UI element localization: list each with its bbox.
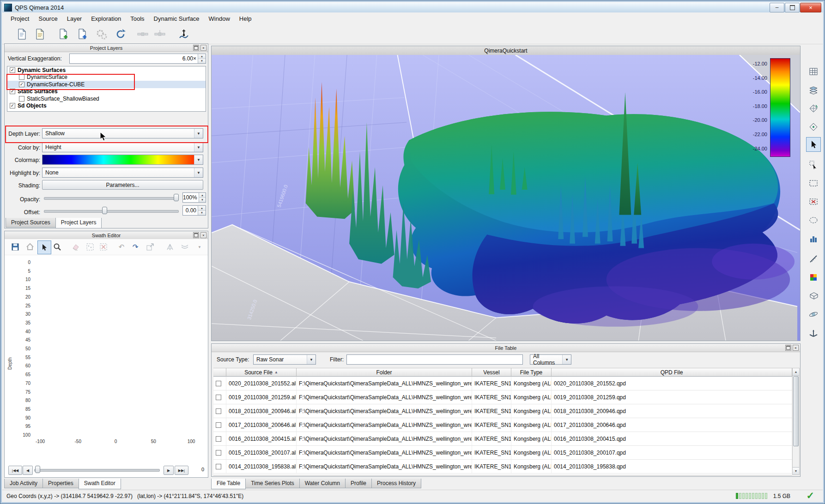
table-row[interactable]: 0016_20110308_200415.allF:\QimeraQuickst… xyxy=(213,432,792,446)
row-checkbox[interactable] xyxy=(216,408,221,414)
tab-properties[interactable]: Properties xyxy=(42,479,79,488)
chevron-down-icon[interactable]: ▼ xyxy=(562,355,571,364)
checkbox[interactable] xyxy=(19,96,24,102)
menu-project[interactable]: Project xyxy=(6,14,34,24)
add-processed-file-button[interactable] xyxy=(75,26,91,42)
row-checkbox[interactable] xyxy=(216,422,221,428)
beam-angle-button[interactable] xyxy=(164,240,176,253)
mesh-rotate-button[interactable] xyxy=(806,101,821,116)
grid-3d-button[interactable] xyxy=(806,288,821,303)
menu-exploration[interactable]: Exploration xyxy=(86,14,126,24)
spin-down-icon[interactable]: ▼ xyxy=(198,59,206,64)
processing-settings-button[interactable] xyxy=(94,26,109,42)
table-row[interactable]: 0020_20110308_201552.allF:\QimeraQuickst… xyxy=(213,377,792,390)
tab-project-layers[interactable]: Project Layers xyxy=(55,218,102,228)
slider-handle[interactable] xyxy=(174,194,179,201)
measure-tool-button[interactable] xyxy=(806,252,821,266)
tab-file-table[interactable]: File Table xyxy=(211,479,246,489)
menu-source[interactable]: Source xyxy=(34,14,62,24)
orbit-button[interactable] xyxy=(806,307,821,322)
scene-viewport[interactable]: QimeraQuickstart xyxy=(211,46,801,341)
panel-close-button[interactable]: × xyxy=(200,232,206,238)
scroll-down-icon[interactable]: ▼ xyxy=(793,467,799,474)
opacity-slider[interactable] xyxy=(44,193,179,202)
color-by-combo[interactable]: Height ▼ xyxy=(42,142,203,152)
color-grid-button[interactable] xyxy=(806,270,821,285)
add-raw-sonar-button[interactable] xyxy=(56,26,72,42)
tab-time-series-plots[interactable]: Time Series Plots xyxy=(245,479,300,488)
scroll-up-icon[interactable]: ▲ xyxy=(793,368,799,376)
reprocess-button[interactable] xyxy=(113,26,128,42)
header-file-type[interactable]: File Type xyxy=(511,368,552,377)
close-button[interactable]: × xyxy=(800,3,821,12)
highlight-by-combo[interactable]: None ▼ xyxy=(42,168,203,178)
checkbox[interactable]: ✓ xyxy=(10,67,15,73)
row-checkbox[interactable] xyxy=(216,450,221,456)
home-view-button[interactable] xyxy=(24,240,36,253)
menu-tools[interactable]: Tools xyxy=(126,14,149,24)
menu-dynamic-surface[interactable]: Dynamic Surface xyxy=(149,14,204,24)
grid-select-button[interactable] xyxy=(84,240,97,253)
panel-close-button[interactable]: × xyxy=(793,345,799,351)
table-row[interactable]: 0019_20110308_201259.allF:\QimeraQuickst… xyxy=(213,390,792,404)
header-vessel[interactable]: Vessel xyxy=(472,368,511,377)
tab-swath-editor[interactable]: Swath Editor xyxy=(79,479,121,489)
tab-process-history[interactable]: Process History xyxy=(371,479,421,488)
lasso-select-button[interactable] xyxy=(806,213,821,228)
header-source-file[interactable]: Source File▲ xyxy=(226,368,297,377)
zoom-tool-button[interactable] xyxy=(51,240,64,253)
beam-swath-button[interactable] xyxy=(178,240,191,253)
rewind-button[interactable]: |◀◀ xyxy=(8,466,22,475)
table-row[interactable]: 0014_20110308_195838.allF:\QimeraQuickst… xyxy=(213,460,792,474)
spin-down-icon[interactable]: ▼ xyxy=(199,198,206,203)
tree-item-dynamic-surfaces[interactable]: ✓Dynamic Surfaces xyxy=(7,66,206,74)
spin-up-icon[interactable]: ▲ xyxy=(198,54,206,59)
chevron-down-icon[interactable]: ▼ xyxy=(307,355,315,364)
vertical-exaggeration-spinbox[interactable]: 6.00× ▲▼ xyxy=(69,54,206,64)
menu-window[interactable]: Window xyxy=(204,14,235,24)
pointer-button[interactable] xyxy=(806,137,821,152)
histogram-tool-button[interactable] xyxy=(806,231,821,246)
spin-down-icon[interactable]: ▼ xyxy=(198,211,206,216)
row-checkbox[interactable] xyxy=(216,381,221,386)
menu-help[interactable]: Help xyxy=(235,14,256,24)
pointer-tool-button[interactable] xyxy=(37,240,51,254)
opacity-spinbox[interactable]: 100% ▲▼ xyxy=(182,192,206,203)
step-forward-button[interactable]: ▶ xyxy=(164,466,174,475)
tab-job-activity[interactable]: Job Activity xyxy=(4,479,43,488)
toolbar-overflow-button[interactable]: ▼ xyxy=(194,240,205,253)
tab-project-sources[interactable]: Project Sources xyxy=(6,218,56,228)
offset-spinbox[interactable]: 0.00 ▲▼ xyxy=(182,205,206,216)
checkbox[interactable]: ✓ xyxy=(10,103,15,108)
redo-button[interactable]: ↷ xyxy=(129,240,142,253)
select-arrow-box-button[interactable] xyxy=(806,157,821,172)
satellite-tool-1-button[interactable] xyxy=(135,26,151,42)
satellite-tool-2-button[interactable] xyxy=(152,26,168,42)
row-checkbox[interactable] xyxy=(216,436,221,442)
header-qpd-file[interactable]: QPD File xyxy=(552,368,792,377)
maximize-button[interactable] xyxy=(785,3,800,12)
tree-item-staticsurface-shallowbiased[interactable]: StaticSurface_ShallowBiased xyxy=(7,95,206,102)
mesh-select-button[interactable] xyxy=(806,120,821,134)
row-checkbox[interactable] xyxy=(216,395,221,400)
rect-deselect-button[interactable] xyxy=(806,194,821,209)
save-button[interactable] xyxy=(9,240,22,253)
minimize-button[interactable]: – xyxy=(770,3,784,12)
eraser-tool-button[interactable] xyxy=(69,240,82,253)
scrollbar-thumb[interactable] xyxy=(793,376,799,446)
reject-box-button[interactable] xyxy=(144,240,157,253)
columns-combo[interactable]: All Columns ▼ xyxy=(530,354,571,365)
tab-profile[interactable]: Profile xyxy=(345,479,372,488)
slider-handle[interactable] xyxy=(35,466,40,473)
undo-button[interactable]: ↶ xyxy=(115,240,128,253)
chevron-down-icon[interactable]: ▼ xyxy=(194,143,203,152)
grid-deselect-button[interactable] xyxy=(97,240,110,253)
table-row[interactable]: 0018_20110308_200946.allF:\QimeraQuickst… xyxy=(213,404,792,418)
axes-3d-button[interactable] xyxy=(806,325,821,340)
colormap-combo[interactable]: ▼ xyxy=(42,155,203,165)
header-folder[interactable]: Folder xyxy=(297,368,472,377)
new-project-button[interactable] xyxy=(14,26,30,42)
chevron-down-icon[interactable]: ▼ xyxy=(194,155,203,164)
panel-float-button[interactable] xyxy=(785,345,791,351)
ping-slider[interactable] xyxy=(34,465,160,474)
